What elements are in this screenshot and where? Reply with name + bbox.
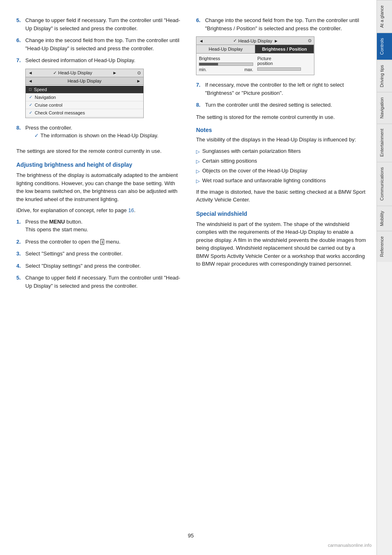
sidebar-tab-at-a-glance[interactable]: At a glance [377, 0, 392, 33]
bullet-arrow-4: ▷ [196, 177, 200, 185]
step-8-note: ✓ The information is shown on the Head-U… [34, 132, 184, 140]
sidebar-tab-controls[interactable]: Controls [377, 33, 392, 60]
hud-right-checkmark-icon: ✓ [233, 38, 237, 43]
step-text-8: Press the controller. [25, 125, 72, 131]
step-num-7r: 7. [196, 81, 205, 97]
hud-picture-label: Pictureposition [257, 56, 312, 66]
step-5-top: 5. Change to upper field if necessary. T… [16, 16, 184, 32]
step-text-b2: Press the controller to open the i menu. [25, 238, 184, 246]
main-content: 5. Change to upper field if necessary. T… [0, 0, 376, 555]
sidebar: At a glance Controls Driving tips Naviga… [376, 0, 392, 555]
sidebar-tab-reference[interactable]: Reference [377, 231, 392, 262]
step-text-5t: Change to upper field if necessary. Turn… [25, 16, 184, 32]
bullet-2: ▷ Certain sitting positions [196, 157, 368, 165]
hud-left-body: □ Speed ✓ Navigation ✓ Cruise control ✓ … [26, 85, 143, 118]
step-b1: 1. Press the MENU button.This opens the … [16, 218, 184, 234]
special-body: The windshield is part of the system. Th… [196, 220, 368, 268]
step-text-6r: Change into the second field from the to… [205, 16, 368, 32]
section-body-2: iDrive, for explanation of concept, refe… [16, 206, 184, 215]
step-text-8r: Turn the controller until the desired se… [205, 101, 368, 109]
special-heading: Special windshield [196, 210, 368, 217]
hud-left-nav-bar: ◄ Head-Up Display ► [26, 77, 143, 85]
hud-left-nav-forward: ► [136, 78, 141, 83]
cruise-row-icon: ✓ [29, 103, 32, 107]
bullet-text-1: Sunglasses with certain polarization fil… [202, 147, 301, 155]
bullet-1: ▷ Sunglasses with certain polarization f… [196, 147, 368, 155]
step-num-b5: 5. [16, 274, 25, 290]
sidebar-tab-driving-tips[interactable]: Driving tips [377, 60, 392, 92]
hud-row-cruise: ✓ Cruise control [26, 101, 143, 109]
check-mark-icon: ✓ [34, 132, 39, 140]
step-text-7t: Select desired information of Head-Up Di… [25, 56, 184, 65]
stored-note-right: The setting is stored for the remote con… [196, 113, 368, 121]
slider-max-label: max. [244, 67, 253, 72]
sidebar-tab-navigation[interactable]: Navigation [377, 92, 392, 123]
notes-bullet-list: ▷ Sunglasses with certain polarization f… [196, 147, 368, 185]
step-6-top: 6. Change into the second field from the… [16, 36, 184, 52]
step-6-right: 6. Change into the second field from the… [196, 16, 368, 32]
hud-brightness-fill [199, 63, 218, 65]
step-num-7t: 7. [16, 56, 25, 65]
step-num-b2: 2. [16, 238, 25, 246]
hud-left-top-bar: ◄ ✓ Head-Up Display ► ⊙ [26, 69, 143, 77]
hud-tab-headup: Head-Up Display [196, 45, 255, 53]
hud-display-left: ◄ ✓ Head-Up Display ► ⊙ ◄ Head-Up Displa… [25, 69, 144, 118]
bullet-text-3: Objects on the cover of the Head-Up Disp… [202, 167, 307, 175]
hud-brightness-section: Brightness min. max. [199, 56, 253, 72]
distortion-note: If the image is distorted, have the basi… [196, 188, 368, 204]
right-column: 6. Change into the second field from the… [192, 16, 368, 539]
section-heading-brightness: Adjusting brightness and height of displ… [16, 161, 184, 168]
nav-row-icon: ✓ [29, 95, 32, 99]
hud-row-speed: □ Speed [26, 86, 143, 94]
notes-heading: Notes [196, 127, 368, 133]
step-text-b3: Select "Settings" and press the controll… [25, 250, 184, 258]
page-link-16[interactable]: 16 [128, 207, 134, 213]
step-8-note-text: The information is shown on the Head-Up … [40, 132, 158, 140]
hud-left-forward-arrow: ► [112, 70, 117, 75]
hud-row-navigation: ✓ Navigation [26, 94, 143, 101]
hud-right-back-icon: ◄ [199, 38, 203, 43]
step-num-b4: 4. [16, 262, 25, 270]
speed-row-label: Speed [34, 87, 47, 92]
step-b4: 4. Select "Display settings" and press t… [16, 262, 184, 270]
hud-left-top-label: Head-Up Display [58, 70, 92, 75]
step-num-8: 8. [16, 124, 25, 143]
hud-right-body: Brightness min. max. Pictureposition [196, 54, 314, 75]
cruise-row-label: Cruise control [35, 103, 62, 107]
step-num-8r: 8. [196, 101, 205, 109]
hud-picture-section: Pictureposition [257, 56, 312, 72]
check-control-icon: ✓ [29, 110, 32, 115]
step-text-6t: Change into the second field from the to… [25, 36, 184, 52]
step-num-b1: 1. [16, 218, 25, 234]
hud-brightness-label: Brightness [199, 56, 253, 61]
step-num-6t: 6. [16, 36, 25, 52]
step-text-b1: Press the MENU button.This opens the sta… [25, 218, 184, 234]
stored-note-left: The settings are stored for the remote c… [16, 147, 184, 155]
step-num-6r: 6. [196, 16, 205, 32]
check-control-label: Check Control messages [35, 110, 85, 115]
page-wrapper: 5. Change to upper field if necessary. T… [0, 0, 392, 555]
hud-brightness-slider [199, 63, 253, 66]
step-8: 8. Press the controller. ✓ The informati… [16, 124, 184, 143]
sidebar-tab-communications[interactable]: Communications [377, 162, 392, 206]
hud-picture-slider [257, 67, 301, 71]
step-text-b4: Select "Display settings" and press the … [25, 262, 184, 270]
bullet-text-4: Wet road surface and unfavorable lightin… [202, 177, 326, 185]
step-b5: 5. Change to upper field if necessary. T… [16, 274, 184, 290]
hud-right-top-bar: ◄ ✓ Head-Up Display ► ⊙ [196, 37, 314, 45]
step-b3: 3. Select "Settings" and press the contr… [16, 250, 184, 258]
bullet-arrow-3: ▷ [196, 168, 200, 175]
hud-left-nav-label: Head-Up Display [67, 78, 101, 83]
sidebar-tab-entertainment[interactable]: Entertainment [377, 123, 392, 161]
section-body-1: The brightness of the display is automat… [16, 171, 184, 203]
bullet-arrow-1: ▷ [196, 148, 200, 155]
hud-row-check-control: ✓ Check Control messages [26, 109, 143, 117]
speed-row-icon: □ [29, 87, 31, 92]
hud-slider-labels: min. max. [199, 67, 253, 72]
bullet-3: ▷ Objects on the cover of the Head-Up Di… [196, 167, 368, 175]
sidebar-tab-mobility[interactable]: Mobility [377, 206, 392, 231]
bottom-logo: carmanualsonline.info [328, 543, 372, 548]
hud-display-right: ◄ ✓ Head-Up Display ► ⊙ Head-Up Display … [196, 36, 314, 75]
hud-left-nav-icon: ⊙ [137, 70, 141, 76]
hud-right-forward: ► [274, 38, 278, 43]
